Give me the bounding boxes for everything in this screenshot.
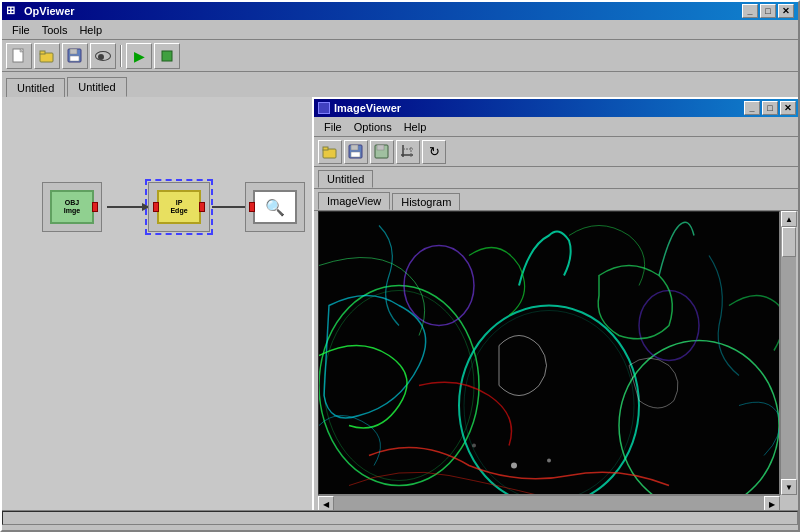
save-button[interactable] (62, 43, 88, 69)
iv-hscroll-track (334, 496, 764, 510)
main-status-bar (2, 510, 798, 530)
eye-button[interactable] (90, 43, 116, 69)
menu-tools[interactable]: Tools (36, 22, 74, 38)
iv-scroll-down-button[interactable]: ▼ (781, 479, 797, 495)
svg-rect-16 (351, 152, 360, 157)
open-button[interactable] (34, 43, 60, 69)
title-bar-text: ⊞ OpViewer (6, 4, 75, 18)
iv-scroll-thumb[interactable] (782, 227, 796, 257)
node2-port-left (153, 202, 159, 212)
main-window: ⊞ OpViewer _ □ ✕ File Tools Help ▶ (0, 0, 800, 532)
node-magnify[interactable]: 🔍 (245, 182, 305, 232)
tabs-area: Untitled Untitled (2, 72, 798, 98)
node-obj-image[interactable]: OBJImge (42, 182, 102, 232)
svg-rect-13 (323, 147, 328, 150)
canvas-area: OBJImge IPEdge (2, 97, 798, 510)
svg-rect-5 (70, 49, 77, 54)
iv-view-tab-area: ImageView Histogram (314, 189, 798, 211)
title-bar-buttons: _ □ ✕ (742, 4, 794, 18)
iv-scroll-right-button[interactable]: ▶ (764, 496, 780, 510)
iv-title-label: ImageViewer (334, 102, 401, 114)
svg-rect-7 (162, 51, 172, 61)
play-button[interactable]: ▶ (126, 43, 152, 69)
iv-scrollbar-horizontal: ◀ ▶ (318, 495, 780, 510)
connections-svg (2, 97, 312, 510)
iv-menu-bar: File Options Help (314, 117, 798, 137)
iv-scrollbar-vertical: ▲ ▼ (780, 211, 796, 495)
status-text (2, 511, 798, 525)
node3-port-left (249, 202, 255, 212)
stop-button[interactable] (154, 43, 180, 69)
toolbar: ▶ (2, 40, 798, 72)
iv-doc-tab-area: Untitled (314, 167, 798, 189)
iv-maximize-button[interactable]: □ (762, 101, 778, 115)
maximize-button[interactable]: □ (760, 4, 776, 18)
iv-open-button[interactable] (318, 140, 342, 164)
node1-port-right (92, 202, 98, 212)
iv-save-button[interactable] (370, 140, 394, 164)
svg-rect-6 (70, 56, 79, 61)
app-icon: ⊞ (6, 4, 20, 18)
close-button[interactable]: ✕ (778, 4, 794, 18)
image-viewer-window: ImageViewer _ □ ✕ File Options Help (312, 97, 798, 510)
svg-rect-15 (351, 145, 358, 150)
iv-menu-file[interactable]: File (318, 119, 348, 135)
iv-crop-button[interactable] (396, 140, 420, 164)
svg-rect-18 (377, 145, 384, 150)
iv-title-content: ImageViewer (318, 102, 401, 114)
svg-point-32 (547, 459, 551, 463)
tab-1[interactable]: Untitled (67, 77, 126, 97)
iv-tab-histogram[interactable]: Histogram (392, 193, 460, 210)
svg-point-31 (511, 463, 517, 469)
iv-minimize-button[interactable]: _ (744, 101, 760, 115)
new-button[interactable] (6, 43, 32, 69)
image-display (318, 211, 780, 495)
app-title: OpViewer (24, 5, 75, 17)
menu-file[interactable]: File (6, 22, 36, 38)
iv-tab-imageview[interactable]: ImageView (318, 192, 390, 210)
iv-scroll-left-button[interactable]: ◀ (318, 496, 334, 510)
iv-title-buttons: _ □ ✕ (744, 101, 796, 115)
node2-port-right (199, 202, 205, 212)
svg-rect-23 (319, 212, 779, 494)
iv-menu-help[interactable]: Help (398, 119, 433, 135)
iv-toolbar: ↻ (314, 137, 798, 167)
node3-inner: 🔍 (253, 190, 297, 224)
menu-help[interactable]: Help (73, 22, 108, 38)
menu-bar: File Tools Help (2, 20, 798, 40)
node-editor[interactable]: OBJImge IPEdge (2, 97, 312, 510)
iv-close-button[interactable]: ✕ (780, 101, 796, 115)
node-ip-edge[interactable]: IPEdge (145, 179, 213, 235)
iv-save-as-button[interactable] (344, 140, 368, 164)
iv-title-bar: ImageViewer _ □ ✕ (314, 99, 798, 117)
iv-scroll-up-button[interactable]: ▲ (781, 211, 797, 227)
iv-doc-tab[interactable]: Untitled (318, 170, 373, 188)
svg-rect-3 (40, 51, 45, 54)
toolbar-separator (120, 45, 122, 67)
iv-scroll-track (781, 227, 796, 479)
title-bar: ⊞ OpViewer _ □ ✕ (2, 2, 798, 20)
iv-icon (318, 102, 330, 114)
iv-menu-options[interactable]: Options (348, 119, 398, 135)
svg-point-33 (472, 444, 476, 448)
node2-inner: IPEdge (157, 190, 201, 224)
edge-image-svg (319, 212, 779, 494)
iv-refresh-button[interactable]: ↻ (422, 140, 446, 164)
tab-0[interactable]: Untitled (6, 78, 65, 97)
minimize-button[interactable]: _ (742, 4, 758, 18)
eye-icon (95, 51, 111, 61)
node1-inner: OBJImge (50, 190, 94, 224)
